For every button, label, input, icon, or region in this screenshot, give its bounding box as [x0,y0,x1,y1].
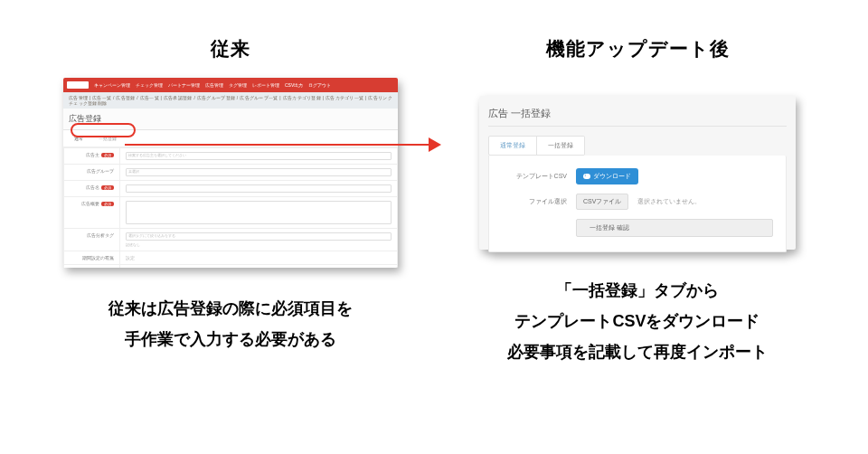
updated-column: 機能アップデート後 広告 一括登録 通常登録 一括登録 テンプレートCSV ダウ… [443,36,832,368]
file-status: 選択されていません。 [637,197,701,206]
caption-line: テンプレートCSVをダウンロード [443,306,832,336]
caption-line: 「一括登録」タブから [443,275,832,306]
advertiser-input[interactable]: 検索する広告主を選択してください [126,152,392,160]
table-row: 広告グループ 未選択 [64,165,398,181]
field-label: 広告概要 [81,201,99,206]
template-row: テンプレートCSV ダウンロード [502,168,773,184]
form-table: 広告主必須 検索する広告主を選択してください 広告グループ 未選択 広告名必須 … [63,147,398,268]
caption-line: 必要事項を記載して再度インポート [443,336,832,367]
nav-item[interactable]: タグ管理 [229,82,247,88]
page-title: 広告 一括登録 [488,107,787,127]
field-label: 期間設定の有無 [82,255,114,260]
legacy-screenshot: キャンペーン管理 チェック管理 パートナー管理 広告管理 タグ管理 レポート管理… [63,78,398,268]
nav-item[interactable]: キャンペーン管理 [94,82,130,88]
field-label: 広告グループ [87,168,114,174]
tab-bulk[interactable]: 一括登録 [93,134,122,143]
table-row: 広告カテゴリー 設定 [64,265,398,269]
arrow-head-icon [429,137,441,152]
tag-note: 記述なし [126,242,392,247]
confirm-button[interactable]: 一括登録 確認 [576,219,773,237]
legacy-column: 従来 キャンペーン管理 チェック管理 パートナー管理 広告管理 タグ管理 レポー… [36,36,425,355]
download-icon [583,174,590,179]
field-label: 広告分析タグ [87,232,114,238]
nav-item[interactable]: CSV出力 [285,82,303,88]
choose-file-button[interactable]: CSVファイル [576,194,628,210]
table-row: 広告名必須 [64,181,398,197]
period-value: 設定 [126,255,135,260]
nav-item[interactable]: ログアウト [308,82,331,88]
updated-window: 広告 一括登録 通常登録 一括登録 テンプレートCSV ダウンロード ファイル選… [479,96,796,250]
download-button[interactable]: ダウンロード [576,168,638,184]
ad-name-input[interactable] [126,184,392,193]
legacy-window: キャンペーン管理 チェック管理 パートナー管理 広告管理 タグ管理 レポート管理… [63,78,398,268]
required-badge: 必須 [101,202,114,206]
legacy-caption: 従来は広告登録の際に必須項目を 手作業で入力する必要がある [36,293,425,355]
legacy-title: 従来 [36,36,425,61]
table-row: 広告主必須 検索する広告主を選択してください [64,148,398,165]
caption-line: 従来は広告登録の際に必須項目を [36,293,425,324]
nav-item[interactable]: レポート管理 [252,82,279,88]
tab-normal[interactable]: 通常登録 [489,137,536,155]
updated-tabs: 通常登録 一括登録 [488,136,585,156]
required-badge: 必須 [101,185,114,190]
legacy-navbar: キャンペーン管理 チェック管理 パートナー管理 広告管理 タグ管理 レポート管理… [63,78,398,92]
table-row: 広告概要必須 [64,197,398,229]
ad-overview-textarea[interactable] [126,201,392,224]
file-label: ファイル選択 [502,197,567,206]
template-label: テンプレートCSV [502,172,567,181]
table-row: 期間設定の有無 設定 [64,251,398,265]
page-title: 広告登録 [63,109,398,130]
ad-group-select[interactable]: 未選択 [126,168,392,176]
nav-item[interactable]: 広告管理 [205,82,223,88]
updated-title: 機能アップデート後 [443,36,832,61]
tab-bulk[interactable]: 一括登録 [536,137,584,155]
nav-item[interactable]: チェック管理 [136,82,163,88]
field-label: 広告主 [86,152,99,157]
tag-input[interactable]: 選択タグにて絞り込みをする [126,232,392,241]
table-row: 広告分析タグ 選択タグにて絞り込みをする 記述なし [64,229,398,251]
file-row: ファイル選択 CSVファイル 選択されていません。 [502,194,773,210]
tab-normal[interactable]: 通常 [69,134,89,143]
caption-line: 手作業で入力する必要がある [36,324,425,355]
field-label: 広告名 [86,184,99,190]
legacy-tabs: 通常 一括登録 [63,130,398,147]
updated-screenshot: 広告 一括登録 通常登録 一括登録 テンプレートCSV ダウンロード ファイル選… [479,96,796,250]
updated-caption: 「一括登録」タブから テンプレートCSVをダウンロード 必要事項を記載して再度イ… [443,275,832,368]
required-badge: 必須 [101,153,114,157]
logo [67,81,89,89]
breadcrumb: 広告管理 | 広告一覧 / 広告登録 / 広告一覧 | 広告承認登録 / 広告グ… [63,92,398,109]
bulk-panel: テンプレートCSV ダウンロード ファイル選択 CSVファイル 選択されていませ… [488,156,787,252]
download-button-label: ダウンロード [593,172,631,181]
nav-item[interactable]: パートナー管理 [168,82,200,88]
